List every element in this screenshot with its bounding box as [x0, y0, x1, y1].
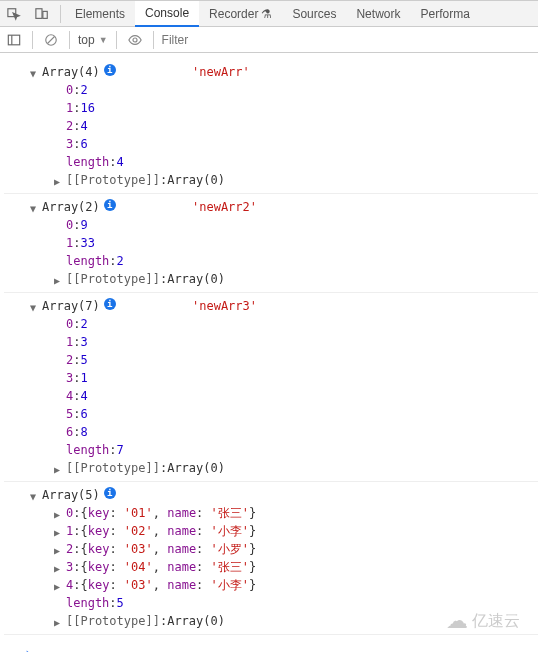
device-icon[interactable] [28, 7, 56, 21]
tab-performance[interactable]: Performa [410, 1, 479, 27]
svg-rect-3 [8, 35, 19, 45]
array-item[interactable]: 0: 2 [4, 81, 538, 99]
context-selector[interactable]: top▼ [78, 33, 108, 47]
watermark: ☁ 亿速云 [446, 608, 520, 634]
cloud-icon: ☁ [446, 608, 468, 634]
log-entry: ▼Array(4)i'newArr'0: 21: 162: 43: 6lengt… [4, 59, 538, 194]
log-entry: ▼Array(2)i'newArr2'0: 91: 33length: 2▶[[… [4, 194, 538, 293]
info-icon[interactable]: i [104, 199, 116, 211]
beaker-icon: ⚗ [261, 7, 272, 21]
array-header[interactable]: ▼Array(2)i'newArr2' [4, 198, 538, 216]
array-length: length: 2 [4, 252, 538, 270]
array-header[interactable]: ▼Array(4)i'newArr' [4, 63, 538, 81]
svg-rect-2 [43, 11, 47, 18]
array-length: length: 4 [4, 153, 538, 171]
console-output: ▼Array(4)i'newArr'0: 21: 162: 43: 6lengt… [0, 53, 538, 641]
devtools-tabs: Elements Console Recorder⚗ Sources Netwo… [0, 1, 538, 27]
array-item[interactable]: 1: 3 [4, 333, 538, 351]
array-item[interactable]: ▶3: {key: '04', name: '张三'} [4, 558, 538, 576]
tab-recorder[interactable]: Recorder⚗ [199, 1, 282, 27]
array-item[interactable]: 3: 1 [4, 369, 538, 387]
info-icon[interactable]: i [104, 298, 116, 310]
tab-network[interactable]: Network [346, 1, 410, 27]
svg-rect-1 [36, 8, 42, 18]
array-header[interactable]: ▼Array(7)i'newArr3' [4, 297, 538, 315]
array-prototype[interactable]: ▶[[Prototype]]: Array(0) [4, 171, 538, 189]
array-item[interactable]: 1: 16 [4, 99, 538, 117]
chevron-down-icon: ▼ [99, 35, 108, 45]
tab-elements[interactable]: Elements [65, 1, 135, 27]
info-icon[interactable]: i [104, 64, 116, 76]
array-item[interactable]: 6: 8 [4, 423, 538, 441]
tab-console[interactable]: Console [135, 1, 199, 27]
log-entry: ▼Array(7)i'newArr3'0: 21: 32: 53: 14: 45… [4, 293, 538, 482]
info-icon[interactable]: i [104, 487, 116, 499]
array-item[interactable]: ▶1: {key: '02', name: '小李'} [4, 522, 538, 540]
array-item[interactable]: ▶2: {key: '03', name: '小罗'} [4, 540, 538, 558]
filter-input[interactable] [162, 33, 534, 47]
tab-sources[interactable]: Sources [282, 1, 346, 27]
array-item[interactable]: ▶4: {key: '03', name: '小李'} [4, 576, 538, 594]
console-prompt[interactable]: › [0, 641, 538, 652]
array-item[interactable]: 2: 5 [4, 351, 538, 369]
array-item[interactable]: 5: 6 [4, 405, 538, 423]
array-item[interactable]: 0: 9 [4, 216, 538, 234]
svg-point-7 [133, 37, 137, 41]
clear-console-icon[interactable] [41, 30, 61, 50]
array-item[interactable]: ▶0: {key: '01', name: '张三'} [4, 504, 538, 522]
console-toolbar: top▼ [0, 27, 538, 53]
array-item[interactable]: 4: 4 [4, 387, 538, 405]
array-item[interactable]: 3: 6 [4, 135, 538, 153]
array-header[interactable]: ▼Array(5)i [4, 486, 538, 504]
svg-line-6 [48, 36, 55, 43]
array-prototype[interactable]: ▶[[Prototype]]: Array(0) [4, 270, 538, 288]
live-expression-icon[interactable] [125, 30, 145, 50]
array-item[interactable]: 1: 33 [4, 234, 538, 252]
inspect-icon[interactable] [0, 7, 28, 21]
array-prototype[interactable]: ▶[[Prototype]]: Array(0) [4, 459, 538, 477]
array-item[interactable]: 0: 2 [4, 315, 538, 333]
array-item[interactable]: 2: 4 [4, 117, 538, 135]
array-length: length: 7 [4, 441, 538, 459]
sidebar-toggle-icon[interactable] [4, 30, 24, 50]
